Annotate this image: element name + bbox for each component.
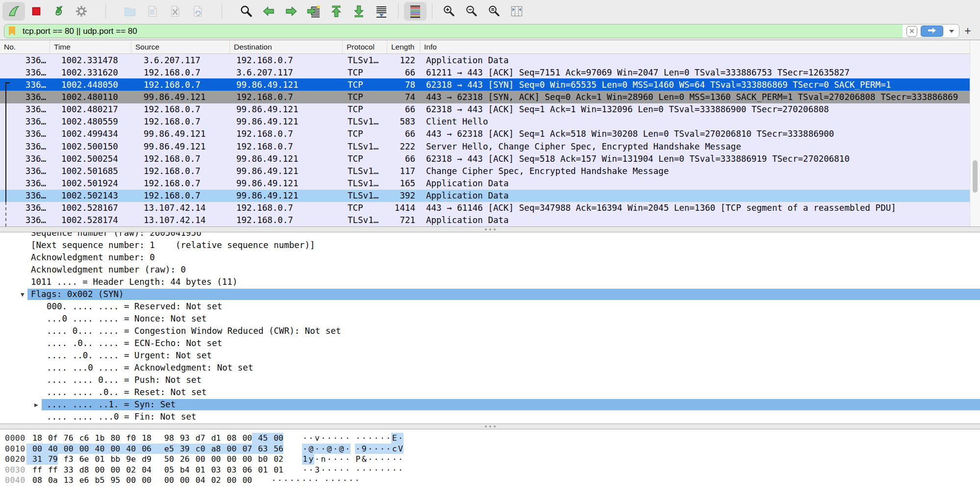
detail-line[interactable]: .... ...0 .... = Acknowledgment: Not set bbox=[0, 362, 980, 374]
go-back-button[interactable] bbox=[257, 2, 280, 21]
hex-ascii: ··v···········E· bbox=[302, 433, 403, 444]
cell-protocol: TLSv1… bbox=[343, 55, 387, 65]
open-file-button[interactable] bbox=[119, 2, 141, 21]
go-last-packet-button[interactable] bbox=[348, 2, 370, 21]
zoom-out-button[interactable] bbox=[460, 2, 483, 21]
detail-line[interactable]: Acknowledgment number: 0 bbox=[0, 251, 980, 264]
filter-dropdown-caret-icon[interactable] bbox=[949, 30, 954, 33]
hex-row[interactable]: 00100040000040004006e539c0a800076356·@··… bbox=[5, 444, 980, 454]
packet-row[interactable]: 336…1002.448050192.168.0.799.86.49.121TC… bbox=[0, 78, 980, 91]
column-header-destination[interactable]: Destination bbox=[230, 40, 343, 53]
cell-destination: 192.168.0.7 bbox=[230, 203, 343, 213]
packet-row[interactable]: 336…1002.48011099.86.49.121192.168.0.7TC… bbox=[0, 91, 980, 103]
column-header-time[interactable]: Time bbox=[50, 40, 131, 53]
hex-byte: 00 bbox=[104, 444, 120, 454]
detail-line[interactable]: 000. .... .... = Reserved: Not set bbox=[0, 300, 980, 313]
ascii-char: · bbox=[354, 475, 360, 486]
detail-line[interactable]: ▶.... .... ..1. = Syn: Set bbox=[0, 399, 980, 411]
detail-line[interactable]: Acknowledgment number (raw): 0 bbox=[0, 264, 980, 276]
ascii-char: · bbox=[327, 454, 332, 465]
detail-line[interactable]: .... 0... .... = Congestion Window Reduc… bbox=[0, 325, 980, 337]
packet-row[interactable]: 336…1002.502143192.168.0.799.86.49.121TL… bbox=[0, 190, 980, 202]
filter-apply-button[interactable] bbox=[921, 25, 943, 37]
hex-row[interactable]: 00203179f36e01bb9ed9502600000000b0021y·n… bbox=[5, 454, 980, 465]
hex-byte: 02 bbox=[268, 454, 283, 465]
packet-row[interactable]: 336…1002.52817413.107.42.14192.168.0.7TL… bbox=[0, 214, 980, 226]
zoom-in-button[interactable] bbox=[438, 2, 460, 21]
cell-time: 1002.480110 bbox=[50, 92, 131, 102]
close-file-button[interactable] bbox=[164, 2, 186, 21]
hex-row[interactable]: 0000180f76c61b80f0189893d7d108004500··v·… bbox=[5, 433, 980, 444]
display-filter-text[interactable]: tcp.port == 80 || udp.port == 80 bbox=[23, 26, 903, 36]
hex-byte: 00 bbox=[236, 454, 252, 465]
column-header-source[interactable]: Source bbox=[131, 40, 230, 53]
capture-options-button[interactable] bbox=[70, 2, 93, 21]
display-filter-input[interactable]: tcp.port == 80 || udp.port == 80 ✕ bbox=[4, 24, 959, 38]
hex-byte: a8 bbox=[205, 444, 221, 454]
packet-row[interactable]: 336…1002.480217192.168.0.799.86.49.121TC… bbox=[0, 103, 980, 116]
packet-row[interactable]: 336…1002.50015099.86.49.121192.168.0.7TL… bbox=[0, 140, 980, 152]
find-packet-button[interactable] bbox=[235, 2, 257, 21]
collapse-twisty-icon[interactable]: ▼ bbox=[21, 288, 25, 300]
detail-line[interactable]: [Next sequence number: 1 (relative seque… bbox=[0, 239, 980, 251]
detail-line[interactable]: Sequence number (raw): 2605041956 bbox=[0, 232, 980, 239]
detail-text: .... .0.. .... = ECN-Echo: Not set bbox=[47, 337, 222, 349]
ascii-char: 9 bbox=[361, 444, 367, 454]
packet-row[interactable]: 336…1002.501924192.168.0.799.86.49.121TL… bbox=[0, 177, 980, 189]
packet-row[interactable]: 336…1002.3314783.6.207.117192.168.0.7TLS… bbox=[0, 54, 980, 66]
zoom-original-button[interactable] bbox=[483, 2, 505, 21]
resize-columns-button[interactable] bbox=[505, 2, 528, 21]
hex-row[interactable]: 0030ffff33d80000020405b4010303060101··3·… bbox=[5, 465, 980, 475]
packet-row[interactable]: 336…1002.500254192.168.0.799.86.49.121TC… bbox=[0, 152, 980, 165]
ascii-char: · bbox=[345, 444, 351, 454]
go-first-packet-button[interactable] bbox=[325, 2, 348, 21]
ascii-char: c bbox=[391, 444, 397, 454]
packet-row[interactable]: 336…1002.501685192.168.0.799.86.49.121TL… bbox=[0, 165, 980, 177]
filter-clear-icon[interactable]: ✕ bbox=[906, 26, 917, 37]
shark-fin-icon bbox=[7, 4, 21, 18]
detail-line[interactable]: ...0 .... .... = Nonce: Not set bbox=[0, 313, 980, 325]
detail-line[interactable]: ▼Flags: 0x002 (SYN) bbox=[0, 288, 980, 300]
detail-line[interactable]: .... .0.. .... = ECN-Echo: Not set bbox=[0, 337, 980, 349]
stop-capture-button[interactable] bbox=[25, 2, 48, 21]
expand-twisty-icon[interactable]: ▶ bbox=[34, 399, 38, 411]
detail-line[interactable]: 1011 .... = Header Length: 44 bytes (11) bbox=[0, 276, 980, 288]
save-file-button[interactable] bbox=[141, 2, 164, 21]
start-capture-button[interactable] bbox=[2, 2, 25, 21]
splitter-list-details[interactable] bbox=[0, 226, 980, 232]
auto-scroll-button[interactable] bbox=[370, 2, 393, 21]
filter-add-button[interactable]: + bbox=[959, 25, 976, 38]
hex-byte: 05 bbox=[151, 465, 174, 475]
ascii-char: · bbox=[338, 465, 344, 475]
column-header-length[interactable]: Length bbox=[387, 40, 420, 53]
restart-capture-button[interactable] bbox=[48, 2, 70, 21]
hex-byte: 00 bbox=[58, 444, 74, 454]
hex-offset: 0020 bbox=[5, 454, 26, 465]
filter-bar: tcp.port == 80 || udp.port == 80 ✕ + bbox=[0, 23, 980, 40]
go-forward-button[interactable] bbox=[280, 2, 302, 21]
packet-row[interactable]: 336…1002.331620192.168.0.73.6.207.117TCP… bbox=[0, 66, 980, 78]
detail-line[interactable]: .... .... .0.. = Reset: Not set bbox=[0, 386, 980, 399]
splitter-details-hex[interactable] bbox=[0, 424, 980, 429]
hex-byte: 07 bbox=[236, 444, 252, 454]
ascii-char: · bbox=[283, 475, 289, 486]
column-header-info[interactable]: Info bbox=[420, 40, 980, 53]
packet-row[interactable]: 336…1002.49943499.86.49.121192.168.0.7TC… bbox=[0, 128, 980, 140]
scrollbar-thumb[interactable] bbox=[973, 160, 978, 193]
colorize-packets-button[interactable] bbox=[404, 2, 427, 21]
filter-bookmark-icon[interactable] bbox=[9, 26, 15, 36]
go-to-packet-button[interactable] bbox=[302, 2, 325, 21]
ascii-char: · bbox=[327, 465, 332, 475]
column-header-protocol[interactable]: Protocol bbox=[343, 40, 387, 53]
hex-byte: e6 bbox=[74, 475, 89, 486]
packet-row[interactable]: 336…1002.480559192.168.0.799.86.49.121TL… bbox=[0, 116, 980, 128]
hex-row[interactable]: 0040080a13e6b5950000000004020000········… bbox=[5, 475, 980, 486]
packet-row[interactable]: 336…1002.52816713.107.42.14192.168.0.7TC… bbox=[0, 202, 980, 214]
detail-line[interactable]: .... ..0. .... = Urgent: Not set bbox=[0, 349, 980, 362]
detail-line[interactable]: .... .... ...0 = Fin: Not set bbox=[0, 411, 980, 423]
detail-line[interactable]: .... .... 0... = Push: Not set bbox=[0, 374, 980, 386]
hex-byte: 00 bbox=[151, 475, 174, 486]
column-header-no[interactable]: No. bbox=[0, 40, 50, 53]
cell-length: 66 bbox=[387, 129, 420, 139]
reload-file-button[interactable] bbox=[186, 2, 209, 21]
